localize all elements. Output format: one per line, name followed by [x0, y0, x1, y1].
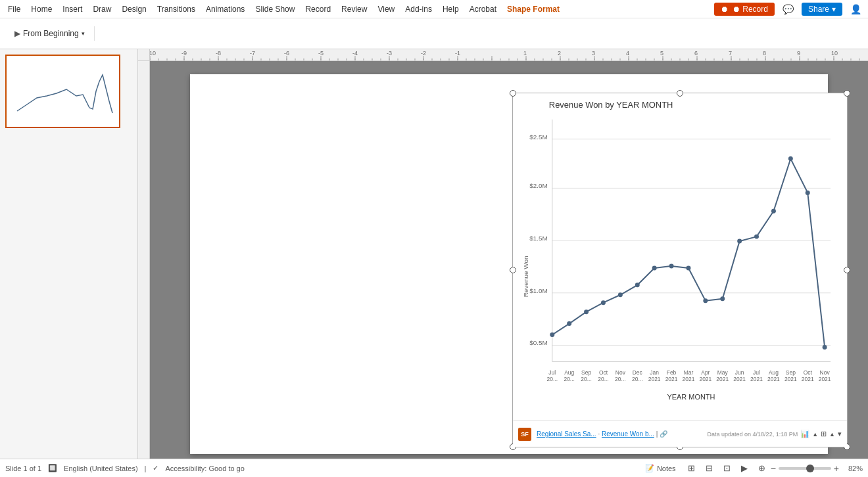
menu-record[interactable]: Record: [300, 2, 336, 16]
svg-text:2021: 2021: [699, 376, 711, 382]
menu-file[interactable]: File: [3, 2, 26, 16]
record-button[interactable]: ⏺ ⏺ Record: [714, 3, 775, 16]
from-beginning-button[interactable]: ▶ From Beginning ▾: [9, 26, 90, 41]
svg-text:Oct: Oct: [599, 369, 608, 376]
svg-text:Mar: Mar: [684, 369, 694, 376]
data-point-16: [806, 191, 810, 195]
datasource-link[interactable]: Regional Sales Sa...: [537, 430, 596, 438]
menu-review[interactable]: Review: [336, 2, 372, 16]
handle-top-right[interactable]: [844, 90, 850, 97]
svg-text:2021: 2021: [802, 376, 814, 382]
ruler-vertical: [138, 61, 150, 459]
data-point-2: [567, 321, 571, 326]
slide-1-container: 1: [5, 55, 120, 128]
ribbon: File Home Insert Draw Design Transitions…: [0, 0, 868, 49]
chart-expand-icon[interactable]: ▲: [812, 431, 818, 438]
menu-help[interactable]: Help: [437, 2, 464, 16]
thumb-image: [9, 58, 116, 124]
share-label: Share: [808, 5, 829, 14]
svg-text:20...: 20...: [632, 376, 642, 382]
vertical-ruler-canvas: [138, 61, 150, 459]
toolbar: ▶ From Beginning ▾: [0, 18, 868, 49]
menu-animations[interactable]: Animations: [201, 2, 250, 16]
svg-text:Dec: Dec: [633, 369, 642, 376]
slide-sorter-button[interactable]: ⊟: [703, 462, 715, 474]
separator-1: |: [145, 465, 147, 472]
svg-text:$1.5M: $1.5M: [529, 235, 548, 242]
slide-1-thumbnail[interactable]: [5, 55, 120, 128]
svg-text:20...: 20...: [564, 376, 574, 382]
ruler-corner: [138, 49, 150, 61]
data-point-4: [601, 300, 606, 305]
menu-shapeformat[interactable]: Shape Format: [502, 2, 565, 16]
menu-bar: File Home Insert Draw Design Transitions…: [0, 0, 868, 18]
record-label: ⏺ Record: [733, 5, 768, 14]
menu-transitions[interactable]: Transitions: [152, 2, 201, 16]
menu-home[interactable]: Home: [26, 2, 57, 16]
svg-text:Sep: Sep: [581, 369, 591, 376]
ruler-horizontal: [150, 49, 868, 61]
status-bar: Slide 1 of 1 🔲 English (United States) |…: [0, 459, 868, 477]
data-badge: SF Regional Sales Sa... ∙ Revenue Won b.…: [513, 420, 847, 447]
svg-text:Jun: Jun: [735, 369, 744, 376]
menu-slideshow[interactable]: Slide Show: [250, 2, 300, 16]
normal-view-button[interactable]: ⊞: [685, 462, 698, 474]
zoom-thumb: [806, 465, 814, 472]
reading-view-button[interactable]: ⊡: [721, 462, 733, 474]
table-expand-icon[interactable]: ▲: [829, 431, 835, 438]
record-dot-icon: ⏺: [721, 5, 729, 14]
share-button[interactable]: Share ▾: [802, 3, 842, 16]
data-point-3: [584, 309, 589, 314]
play-icon: ▶: [14, 29, 20, 38]
slide-container: Revenue Won by YEAR MONTH $2.5M $2.0M $1…: [138, 49, 868, 459]
notes-label: Notes: [657, 465, 676, 472]
handle-top-left[interactable]: [510, 90, 516, 97]
slide-scroll-area[interactable]: Revenue Won by YEAR MONTH $2.5M $2.0M $1…: [150, 61, 868, 459]
chart-bar-icon[interactable]: 📊: [800, 430, 809, 438]
menu-view[interactable]: View: [372, 2, 400, 16]
zoom-slider[interactable]: [779, 467, 831, 470]
menu-insert[interactable]: Insert: [57, 2, 87, 16]
from-beginning-label: From Beginning: [23, 29, 79, 38]
menu-design[interactable]: Design: [116, 2, 151, 16]
link-icon: 🔗: [660, 430, 667, 438]
table-icon[interactable]: ⊞: [821, 430, 827, 438]
handle-mid-left[interactable]: [510, 267, 516, 273]
accessibility-icon: 🔲: [48, 464, 57, 472]
datasource-icon: SF: [518, 428, 531, 441]
share-chevron-icon: ▾: [832, 5, 836, 14]
updated-text: Data updated on 4/18/22, 1:18 PM: [708, 431, 798, 438]
svg-text:$2.5M: $2.5M: [529, 133, 548, 141]
measure-link[interactable]: Revenue Won b...: [602, 430, 654, 438]
menu-addins[interactable]: Add-ins: [400, 2, 437, 16]
data-point-10: [703, 298, 708, 303]
menu-draw[interactable]: Draw: [87, 2, 116, 16]
menu-acrobat[interactable]: Acrobat: [464, 2, 502, 16]
notes-button[interactable]: 📝 Notes: [641, 463, 680, 474]
handle-top-center[interactable]: [677, 90, 683, 97]
svg-text:$0.5M: $0.5M: [529, 339, 548, 346]
slideshow-button[interactable]: ▶: [738, 462, 750, 474]
svg-text:2021: 2021: [733, 376, 746, 382]
zoom-control: ⊕ − + 82%: [756, 462, 863, 474]
svg-text:Oct: Oct: [804, 369, 813, 376]
svg-text:Apr: Apr: [701, 369, 710, 376]
zoom-minus-label: −: [771, 463, 776, 474]
svg-text:Nov: Nov: [615, 369, 626, 376]
data-point-14: [771, 209, 776, 214]
svg-text:Sep: Sep: [786, 369, 796, 376]
notes-icon: 📝: [645, 464, 654, 472]
svg-text:2021: 2021: [683, 376, 695, 382]
profile-button[interactable]: 👤: [846, 2, 865, 16]
zoom-fit-button[interactable]: ⊕: [756, 462, 768, 474]
svg-text:YEAR MONTH: YEAR MONTH: [667, 393, 715, 401]
chevron-down-icon[interactable]: ▾: [838, 430, 842, 438]
slide-canvas: Revenue Won by YEAR MONTH $2.5M $2.0M $1…: [190, 74, 828, 454]
handle-mid-right[interactable]: [844, 267, 850, 273]
data-point-9: [686, 265, 690, 270]
data-point-8: [669, 263, 674, 268]
svg-text:2021: 2021: [665, 376, 678, 382]
status-right-controls: 📝 Notes ⊞ ⊟ ⊡ ▶ ⊕ − + 82%: [641, 462, 863, 474]
comment-button[interactable]: 💬: [779, 2, 798, 16]
chart-object[interactable]: Revenue Won by YEAR MONTH $2.5M $2.0M $1…: [512, 93, 848, 447]
